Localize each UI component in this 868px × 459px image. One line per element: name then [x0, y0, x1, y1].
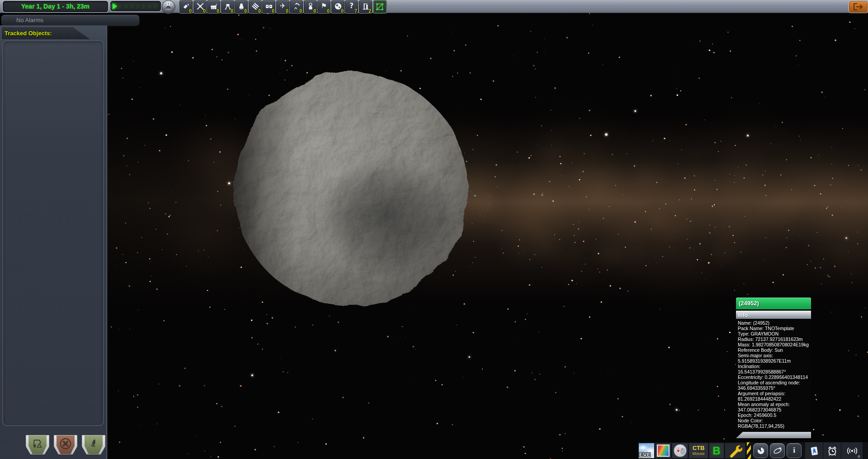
info-line: Mass: 1.982708508708024E19kg [738, 342, 809, 347]
selection-box-icon [375, 2, 384, 11]
info-body: Name: (24952)Pack Name: TNOTemplateType:… [736, 319, 811, 431]
warp-arrow[interactable] [124, 3, 129, 9]
tracked-objects-title: Tracked Objects: [5, 30, 52, 37]
asteroid-moon[interactable] [227, 66, 474, 312]
warp-arrow[interactable] [113, 3, 117, 9]
tracked-objects-sidebar: Tracked Objects: [0, 25, 108, 459]
eve-button[interactable]: EVE [638, 443, 655, 459]
object-title-bar[interactable]: (24952) [736, 298, 811, 309]
info-tool-button[interactable]: i [787, 443, 802, 458]
filter-count-badge: 0 [341, 9, 344, 14]
wrench-icon [727, 443, 743, 459]
heatmap-button[interactable] [655, 443, 671, 459]
mouse-lock-icon [674, 444, 687, 457]
tracked-objects-header: Tracked Objects: [1, 27, 91, 40]
info-line: Epoch: 2459600.5 [738, 412, 809, 418]
info-line: Eccentricity: 0.228956401348114 [738, 374, 809, 380]
filter-count-badge: 0 [272, 9, 274, 14]
filter-unknown-button[interactable]: ? 7 [345, 0, 358, 13]
mission-log-button[interactable] [805, 442, 823, 459]
mission-time-text: Year 1, Day 1 - 3h, 23m [21, 3, 90, 10]
mission-time-display[interactable]: Year 1, Day 1 - 3h, 23m [3, 1, 108, 12]
info-line: Semi-major axis: [738, 353, 809, 358]
warp-arrow[interactable] [118, 3, 123, 9]
filter-count-badge: 0 [244, 9, 247, 14]
filter-count-badge: 0 [299, 9, 302, 14]
mod-launcher-bar: EVE CTB Mouse B [638, 442, 868, 459]
filter-plane-button[interactable]: ✈ 0 [276, 0, 289, 13]
filter-count-badge: 0 [313, 9, 316, 14]
info-line: RGBA(78,117,94,255) [738, 423, 809, 429]
b-mod-button[interactable]: B [709, 443, 724, 459]
info-section-bar[interactable]: Info [736, 311, 811, 319]
info-line: Radius: 72137.92716181623m [738, 336, 809, 342]
sunrise-glyph [162, 0, 175, 14]
time-control-button[interactable] [753, 443, 768, 458]
filter-flag-button[interactable]: ⚑ 0 [317, 0, 330, 13]
terminate-vessel-button[interactable] [54, 435, 77, 454]
ctb-label: CTB [689, 445, 708, 451]
ctb-mouse-button[interactable]: CTB Mouse [689, 443, 708, 459]
wrench-settings-button[interactable] [725, 443, 745, 459]
filter-count-badge: 7 [354, 9, 357, 14]
sun-clock-icon[interactable] [161, 0, 175, 14]
info-icon: i [787, 444, 801, 457]
filter-eva-button[interactable]: 0 [304, 0, 317, 13]
alarm-clock-button[interactable] [823, 442, 841, 459]
filter-debris-button[interactable]: 0 [179, 0, 193, 13]
warp-arrow[interactable] [148, 3, 152, 9]
filter-asteroid-button[interactable]: 0 [331, 0, 344, 13]
b-label: B [709, 443, 724, 458]
hazard-stripe-divider [747, 442, 751, 459]
info-line: Inclination: [738, 364, 809, 369]
info-line: Pack Name: TNOTemplate [738, 326, 809, 331]
warp-arrow[interactable] [136, 3, 141, 9]
recover-crane-icon [32, 438, 43, 450]
info-footer-bar [736, 432, 811, 438]
exit-button[interactable] [849, 1, 868, 13]
eve-label: EVE [639, 452, 651, 458]
info-line: 81.26921844482422 [738, 396, 809, 402]
object-title: (24952) [739, 300, 759, 307]
tracked-objects-list[interactable] [2, 40, 104, 426]
warp-arrow[interactable] [154, 3, 158, 9]
filter-count-badge: 0 [189, 9, 192, 14]
filter-lander-button[interactable]: 0 [221, 0, 234, 13]
filter-count-badge: 0 [231, 9, 233, 14]
filter-count-badge: 0 [203, 9, 206, 14]
recover-vessel-button[interactable] [26, 435, 49, 454]
time-warp-control[interactable] [110, 1, 161, 11]
fly-rocket-icon [88, 438, 99, 450]
warp-arrow[interactable] [142, 3, 146, 9]
alarm-status-text: No Alarms [16, 17, 43, 24]
warp-arrow[interactable] [130, 3, 135, 9]
filter-antenna-button[interactable]: 0 [290, 0, 303, 13]
orbit-tool-button[interactable] [770, 443, 785, 458]
heatmap-icon [657, 445, 670, 457]
info-section-label: Info [738, 312, 748, 318]
signal-count: 0 [858, 454, 860, 459]
info-line: 347.0682373046875 [738, 407, 809, 412]
filter-base-button[interactable]: 0 [262, 0, 275, 13]
filter-count-badge: 2 [368, 9, 371, 14]
filter-probe-button[interactable]: 0 [193, 0, 207, 13]
alarm-clock-bar[interactable]: No Alarms [1, 14, 140, 26]
alarm-clock-icon [827, 445, 838, 456]
info-line: 16.541379928588867° [738, 369, 809, 374]
filter-pod-button[interactable]: 0 [235, 0, 248, 13]
info-line: Type: GRAYMOON [738, 331, 809, 336]
mouse-lock-button[interactable] [672, 443, 688, 459]
fly-vessel-button[interactable] [82, 435, 105, 454]
filter-rover-button[interactable]: 0 [207, 0, 220, 13]
ctb-sub-label: Mouse [689, 451, 708, 456]
terminate-x-icon [59, 437, 72, 450]
commnet-signal-button[interactable]: 0 [841, 442, 863, 459]
filter-launch-site-button[interactable]: 2 [359, 0, 372, 13]
object-info-panel: (24952) Info Name: (24952)Pack Name: TNO… [736, 298, 811, 438]
info-line: Mean anomaly at epoch: [738, 402, 809, 407]
filter-relay-button[interactable]: 0 [249, 0, 262, 13]
rocket-book-icon [809, 446, 819, 456]
selection-mode-toggle[interactable] [373, 0, 387, 13]
top-bar: Year 1, Day 1 - 3h, 23m 0 0 [0, 0, 868, 13]
info-line: Argument of periapsis: [738, 391, 809, 396]
